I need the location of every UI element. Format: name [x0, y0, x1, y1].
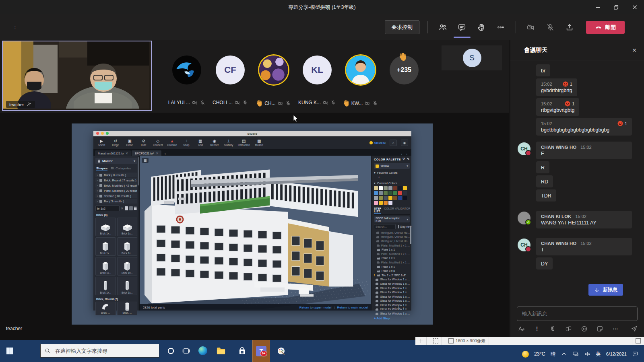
color-swatch[interactable] — [384, 196, 388, 200]
presenter-tile[interactable]: S — [442, 45, 502, 70]
chat-avatar[interactable]: CH — [518, 239, 530, 251]
weather-temp[interactable]: 23°C — [534, 351, 545, 357]
tool-hinge-rotate[interactable]: ↺Hinge — [111, 139, 120, 146]
format-icon[interactable] — [518, 325, 525, 332]
compose-more-icon[interactable]: ⋯ — [612, 325, 619, 332]
tool-grid[interactable]: ▦Grid — [196, 139, 205, 146]
mac-close-icon[interactable] — [96, 132, 99, 135]
color-swatch[interactable] — [374, 201, 378, 205]
studio-3d-viewport[interactable]: ▦ 2826 total parts Return to upper model… — [140, 156, 371, 311]
mac-zoom-icon[interactable] — [106, 132, 109, 135]
share-icon[interactable] — [563, 19, 576, 35]
color-swatch[interactable] — [379, 186, 383, 190]
clock-date[interactable]: 6/12/2021 — [606, 352, 627, 357]
category-item[interactable]: ›Technic ( 10 results ) — [95, 193, 137, 198]
step-item[interactable]: Glass for Window 1 x ... — [374, 286, 410, 290]
view-brick-icon[interactable] — [129, 206, 132, 210]
part-tile[interactable]: Brick 1x... — [117, 277, 138, 295]
model-file-dropdown[interactable]: SPCP hall complex 2.ldr▾ — [374, 216, 410, 222]
color-swatch[interactable] — [384, 186, 388, 190]
tool-connect[interactable]: ◇Connect — [153, 139, 163, 146]
request-control-button[interactable]: 要求控制 — [385, 21, 419, 34]
step-search-input[interactable] — [374, 224, 396, 229]
category-item[interactable]: ›Bar ( 3 results ) — [95, 199, 137, 204]
tool-stability[interactable]: ⊥Stability — [224, 139, 233, 146]
cart-icon[interactable]: ⌂ — [390, 140, 397, 146]
chat-icon[interactable] — [455, 19, 469, 35]
reaction-badge[interactable]: 1 — [617, 121, 627, 126]
favorite-colors-section[interactable]: ▾Favorite Colors — [374, 171, 410, 175]
more-options-icon[interactable] — [494, 19, 508, 35]
color-swatch[interactable] — [393, 196, 397, 200]
chat-message-input[interactable] — [517, 311, 637, 317]
step-item[interactable]: Plate, Modified 1 x 1 ... — [374, 243, 410, 248]
camera-off-icon[interactable] — [524, 19, 538, 35]
part-tile[interactable]: Brick, ... — [95, 302, 116, 315]
step-item[interactable]: Glass for Window 1 x ... — [374, 294, 410, 299]
color-swatch[interactable] — [374, 191, 378, 195]
view-solid-icon[interactable] — [125, 206, 128, 210]
hidden-icons-chevron[interactable] — [561, 351, 567, 357]
zoom-out-icon[interactable]: − — [406, 306, 408, 310]
step-item[interactable]: Plate, Modified 1 x 1 ... — [374, 252, 410, 256]
part-tile[interactable]: Brick, ... — [117, 302, 138, 315]
snippet-icon[interactable] — [565, 325, 572, 332]
step-item[interactable]: Minifigure, Utensil Ho... — [374, 230, 410, 235]
reaction-badge[interactable]: 1 — [563, 81, 572, 87]
step-view-checkbox[interactable] — [398, 225, 399, 228]
view-grid-icon[interactable] — [134, 206, 137, 210]
fit-view-icon[interactable]: ▢ — [392, 306, 396, 310]
edge-icon[interactable] — [196, 343, 210, 358]
taskbar-search[interactable] — [40, 344, 159, 358]
weather-sun-icon[interactable] — [522, 351, 529, 358]
sign-in-button[interactable]: SIGN IN — [369, 141, 386, 145]
reaction-badge[interactable]: 1 — [565, 101, 574, 107]
teams-taskbar-icon[interactable]: T 9+ — [252, 340, 270, 362]
tab-step-list[interactable]: STEP LIST — [374, 207, 381, 214]
color-swatch[interactable] — [379, 201, 383, 205]
overflow-count[interactable]: +235 — [390, 56, 419, 84]
mic-off-icon[interactable] — [543, 19, 557, 35]
content-colors-section[interactable]: ▾Content Colors — [374, 181, 410, 185]
part-tile[interactable]: Brick 1x... — [117, 218, 138, 236]
color-swatch[interactable] — [384, 201, 388, 205]
return-main-model-link[interactable]: Return to main model — [337, 306, 368, 309]
attach-icon[interactable] — [549, 325, 556, 332]
participant-avatar[interactable] — [172, 56, 201, 84]
tool-hide-eye[interactable]: ⊘Hide — [139, 139, 149, 146]
send-icon[interactable] — [630, 325, 638, 332]
task-view-icon[interactable] — [179, 343, 193, 358]
chat-avatar[interactable]: ✓ — [518, 212, 530, 224]
emoji-icon[interactable] — [580, 325, 588, 332]
category-item[interactable]: ›Plate, Modified ( 20 results ) — [95, 188, 137, 193]
tool-mosaic[interactable]: ▩Mosaic — [254, 139, 264, 146]
close-tab-icon[interactable]: ✕ — [126, 152, 128, 155]
color-swatch[interactable] — [398, 196, 402, 200]
step-item[interactable]: Plate, Modified 1 x 1 ... — [374, 260, 410, 265]
participants-overflow[interactable]: +235 — [390, 56, 419, 107]
minimize-button[interactable] — [588, 0, 607, 14]
step-item[interactable]: Glass for Window 1 x ... — [374, 311, 410, 316]
step-item[interactable]: !Tile 2 x 2 'SPC 8x8' — [374, 273, 410, 278]
step-item[interactable]: Plate 1 x 1 — [374, 256, 410, 261]
teacher-video-tile[interactable]: teacher — [2, 41, 152, 111]
color-swatch[interactable] — [393, 186, 397, 190]
model-scope-dropdown[interactable]: Master▾ — [95, 158, 137, 164]
chat-input-box[interactable] — [517, 306, 638, 321]
close-tab-icon[interactable]: ✕ — [156, 152, 158, 155]
step-item[interactable]: Glass for Window 1 x ... — [374, 299, 410, 303]
color-swatch[interactable] — [398, 186, 402, 190]
edit-palette-icon[interactable]: ✎ — [407, 157, 410, 161]
part-tile[interactable]: Brick 1x... — [95, 237, 116, 256]
color-swatch[interactable] — [393, 191, 397, 195]
filter-icon[interactable]: ⧩ — [402, 157, 405, 161]
tool-render-camera[interactable]: ◉Render — [210, 139, 219, 146]
color-swatch[interactable] — [398, 191, 402, 195]
cortana-icon[interactable] — [163, 343, 178, 358]
volume-muted-icon[interactable] — [584, 351, 590, 357]
color-swatch[interactable] — [374, 196, 378, 200]
clear-search-icon[interactable]: ✕ — [121, 207, 124, 210]
step-item[interactable]: Minifigure, Utensil Ho... — [374, 239, 410, 243]
file-explorer-icon[interactable] — [214, 343, 228, 358]
color-swatch[interactable] — [384, 191, 388, 195]
